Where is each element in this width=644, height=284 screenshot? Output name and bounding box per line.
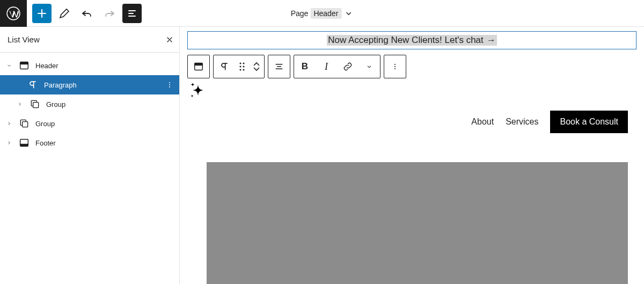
block-toolbar: B I — [187, 55, 636, 78]
caret-right-icon — [5, 120, 13, 127]
site-nav: About Services Book a Consult — [471, 111, 628, 133]
nav-cta-button[interactable]: Book a Consult — [550, 111, 628, 133]
svg-point-22 — [394, 68, 396, 69]
block-type-button[interactable] — [188, 55, 209, 78]
svg-point-15 — [243, 63, 245, 64]
list-view-tree: Header Paragraph Group Group Footer — [0, 53, 179, 152]
caret-right-icon — [16, 101, 24, 107]
nav-link-services[interactable]: Services — [506, 117, 538, 127]
list-view-item-footer[interactable]: Footer — [0, 133, 179, 152]
svg-point-14 — [240, 63, 241, 64]
footer-block-icon — [18, 137, 30, 149]
undo-button[interactable] — [77, 4, 97, 23]
redo-button[interactable] — [100, 4, 119, 23]
svg-point-20 — [394, 64, 396, 65]
announcement-text: Now Accepting New Clients! Let's chat → — [327, 35, 497, 46]
bold-button[interactable]: B — [294, 55, 316, 78]
italic-button[interactable]: I — [316, 55, 337, 78]
list-item-label: Header — [35, 62, 58, 70]
editor-canvas: Now Accepting New Clients! Let's chat → — [180, 27, 644, 284]
list-item-label: Footer — [35, 139, 56, 147]
list-view-item-header[interactable]: Header — [0, 56, 179, 75]
arrow-right-icon: → — [487, 35, 496, 46]
more-options-icon[interactable] — [165, 81, 174, 89]
drag-handle[interactable] — [235, 55, 249, 78]
nav-link-about[interactable]: About — [471, 117, 494, 127]
list-item-label: Paragraph — [44, 81, 77, 89]
list-view-item-paragraph[interactable]: Paragraph — [0, 75, 179, 94]
add-block-button[interactable] — [32, 4, 52, 23]
svg-point-4 — [169, 84, 170, 85]
document-title[interactable]: Page Header — [291, 8, 354, 19]
svg-point-3 — [169, 82, 170, 83]
list-view-item-group[interactable]: Group — [0, 94, 179, 114]
svg-point-18 — [240, 69, 241, 71]
move-up-down-buttons[interactable] — [249, 62, 264, 71]
edit-tool-button[interactable] — [55, 4, 74, 23]
chevron-down-icon — [343, 9, 353, 18]
list-view-button[interactable] — [122, 4, 142, 23]
svg-point-17 — [243, 66, 245, 68]
align-button[interactable] — [268, 55, 290, 78]
doc-type-label: Page — [291, 9, 309, 18]
list-view-header: List View — [0, 27, 179, 53]
caret-down-icon — [5, 62, 13, 69]
close-list-view-button[interactable] — [165, 35, 174, 44]
list-item-label: Group — [35, 120, 55, 128]
sparkle-icon — [187, 81, 209, 102]
caret-right-icon — [5, 140, 13, 146]
svg-point-19 — [243, 69, 245, 71]
svg-rect-13 — [195, 63, 203, 66]
svg-rect-2 — [20, 62, 28, 65]
more-rich-text-button[interactable] — [358, 55, 380, 78]
paragraph-block-icon — [27, 79, 39, 91]
svg-point-16 — [240, 66, 241, 68]
link-button[interactable] — [337, 55, 358, 78]
wordpress-logo[interactable] — [0, 0, 27, 27]
svg-rect-9 — [23, 122, 28, 127]
list-view-item-group-root[interactable]: Group — [0, 114, 179, 133]
transform-paragraph-button[interactable] — [214, 55, 235, 78]
svg-rect-11 — [20, 144, 28, 147]
image-placeholder-icon — [385, 279, 450, 284]
chevron-down-icon[interactable] — [253, 67, 260, 71]
top-toolbar: Page Header — [0, 0, 644, 27]
announcement-paragraph-block[interactable]: Now Accepting New Clients! Let's chat → — [187, 31, 636, 49]
header-block-icon — [18, 60, 30, 71]
svg-point-21 — [394, 66, 396, 67]
group-block-icon — [29, 98, 41, 110]
svg-point-5 — [169, 86, 170, 88]
chevron-up-icon[interactable] — [253, 62, 260, 66]
svg-rect-7 — [33, 103, 39, 108]
list-view-title: List View — [8, 35, 40, 44]
doc-part-label: Header — [310, 8, 341, 19]
group-block-icon — [18, 118, 30, 129]
image-placeholder-block[interactable] — [207, 162, 628, 284]
list-item-label: Group — [46, 100, 65, 108]
block-options-button[interactable] — [384, 55, 406, 78]
list-view-panel: List View Header Paragraph Group — [0, 27, 180, 284]
